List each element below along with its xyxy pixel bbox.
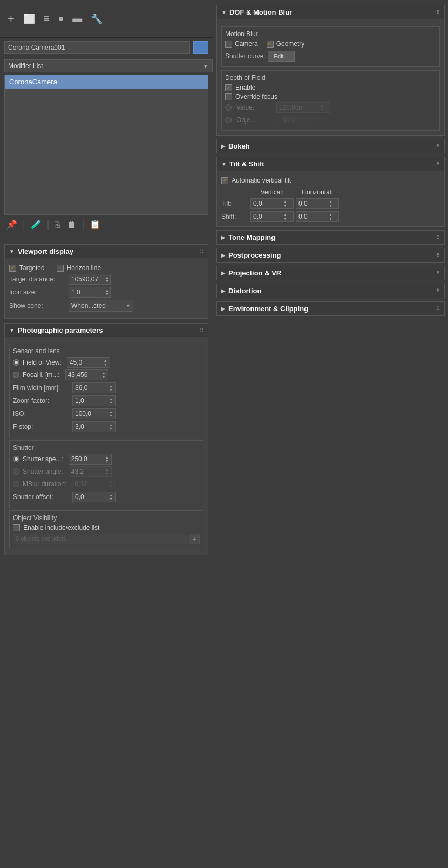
fov-spinner[interactable]: ▲▼ — [67, 357, 110, 368]
iso-arrows[interactable]: ▲▼ — [108, 410, 114, 418]
shutter-speed-arrows[interactable]: ▲▼ — [104, 455, 110, 463]
photographic-header[interactable]: ▼ Photographic parameters ⠿ — [5, 324, 208, 337]
edit-button[interactable]: Edit... — [268, 51, 295, 62]
icon-size-arrows[interactable]: ▲▼ — [104, 288, 110, 296]
fstop-spinner[interactable]: ▲▼ — [72, 421, 116, 432]
shift-row-label: Shift: — [221, 213, 248, 220]
focal-radio[interactable] — [13, 372, 19, 378]
iso-input[interactable] — [73, 410, 108, 418]
object-visibility-subsection: Object Visibility Enable include/exclude… — [9, 510, 203, 548]
fov-arrows[interactable]: ▲▼ — [103, 359, 108, 366]
target-distance-arrows[interactable]: ▲▼ — [104, 275, 110, 283]
override-focus-checkbox[interactable] — [225, 93, 232, 100]
shutter-speed-spinner[interactable]: ▲▼ — [69, 454, 112, 465]
enable-list-label: Enable include/exclude list — [23, 524, 99, 531]
zoom-spinner[interactable]: ▲▼ — [72, 395, 116, 406]
focal-arrows[interactable]: ▲▼ — [101, 371, 107, 379]
shift-horiz-spinner[interactable]: ▲▼ — [296, 211, 339, 222]
object-name-input[interactable] — [4, 41, 190, 54]
film-width-arrows[interactable]: ▲▼ — [108, 384, 114, 392]
tilt-vert-arrows[interactable]: ▲▼ — [283, 200, 287, 207]
shutter-speed-input[interactable] — [69, 455, 104, 463]
shutter-offset-spinner[interactable]: ▲▼ — [72, 492, 116, 502]
env-clipping-header[interactable]: ▶ Environment & Clipping ⠿ — [217, 302, 444, 315]
tilt-horiz-arrows[interactable]: ▲▼ — [329, 200, 332, 207]
projection-vr-header[interactable]: ▶ Projection & VR ⠿ — [217, 266, 444, 280]
utility-icon[interactable]: 🔧 — [89, 11, 105, 27]
color-swatch[interactable] — [193, 41, 208, 54]
config-icon[interactable]: 📋 — [87, 218, 103, 231]
shift-horiz-input[interactable] — [296, 213, 329, 220]
top-toolbar: + ⬜ ≡ ● ▬ 🔧 — [0, 0, 213, 38]
target-distance-spinner[interactable]: ▲▼ — [69, 274, 111, 285]
show-cone-dropdown[interactable]: When...cted ▼ — [69, 300, 133, 312]
focal-spinner[interactable]: ▲▼ — [65, 369, 108, 380]
motion-blur-subtitle: Motion Blur — [225, 30, 436, 38]
film-width-input[interactable] — [73, 384, 108, 392]
shift-vert-arrows[interactable]: ▲▼ — [283, 213, 287, 220]
shutter-angle-arrows[interactable]: ▲▼ — [104, 468, 110, 475]
clone-icon[interactable]: ⎘ — [52, 219, 62, 231]
pin-icon[interactable]: 📌 — [4, 218, 19, 231]
film-width-spinner[interactable]: ▲▼ — [72, 382, 116, 393]
viewport-display-header[interactable]: ▼ Viewport display ⠿ — [5, 245, 208, 258]
fov-radio[interactable] — [13, 359, 19, 366]
delete-icon[interactable]: 🗑 — [65, 219, 78, 231]
shutter-offset-input[interactable] — [73, 493, 108, 501]
target-distance-input[interactable] — [69, 275, 104, 283]
corona-camera-item[interactable]: CoronaCamera — [5, 75, 208, 89]
dof-enable-checkbox[interactable]: ✓ — [225, 84, 232, 91]
targeted-checkbox[interactable]: ✓ — [9, 265, 16, 272]
zoom-label: Zoom factor: — [13, 397, 72, 405]
add-object-button: + — [189, 534, 200, 544]
tilt-vert-input[interactable] — [251, 200, 283, 207]
icon-size-spinner[interactable]: ▲▼ — [69, 287, 111, 298]
tone-mapping-title: Tone Mapping — [228, 233, 275, 241]
fstop-arrows[interactable]: ▲▼ — [108, 423, 114, 430]
enable-list-checkbox[interactable] — [13, 524, 20, 531]
shutter-angle-input[interactable] — [69, 468, 104, 475]
shutter-speed-radio[interactable] — [13, 456, 19, 462]
tilt-vert-spinner[interactable]: ▲▼ — [250, 198, 294, 209]
motion-icon[interactable]: ● — [56, 11, 66, 26]
shutter-angle-radio[interactable] — [13, 468, 19, 475]
auto-vert-tilt-checkbox[interactable]: ✓ — [221, 177, 228, 184]
tilt-horiz-spinner[interactable]: ▲▼ — [296, 198, 339, 209]
mblur-radio[interactable] — [13, 481, 19, 487]
icon-size-input[interactable] — [69, 288, 104, 296]
shift-vert-input[interactable] — [251, 213, 283, 220]
bokeh-header[interactable]: ▶ Bokeh ⠿ — [217, 139, 444, 153]
display-icon[interactable]: ▬ — [70, 11, 84, 26]
sep3: | — [82, 219, 84, 230]
shutter-angle-spinner[interactable]: ▲▼ — [69, 466, 112, 477]
zoom-input[interactable] — [73, 397, 108, 405]
hierarchy-icon[interactable]: ≡ — [42, 11, 52, 26]
shutter-angle-row: Shutter angle: ▲▼ — [13, 466, 200, 477]
fstop-input[interactable] — [73, 423, 108, 430]
focal-input[interactable] — [66, 371, 101, 379]
dof-motion-header[interactable]: ▼ DOF & Motion Blur ⠿ — [217, 5, 444, 19]
add-icon[interactable]: + — [5, 10, 17, 28]
horizon-checkbox[interactable] — [57, 265, 64, 272]
shift-horiz-arrows[interactable]: ▲▼ — [329, 213, 332, 220]
tilt-horiz-input[interactable] — [296, 200, 329, 207]
modifier-list-select[interactable]: Modifier List — [4, 59, 213, 72]
iso-spinner[interactable]: ▲▼ — [72, 408, 116, 419]
tone-mapping-header[interactable]: ▶ Tone Mapping ⠿ — [217, 231, 444, 244]
camera-checkbox[interactable] — [225, 41, 232, 48]
shift-vert-spinner[interactable]: ▲▼ — [250, 211, 294, 222]
mblur-input — [72, 480, 107, 488]
distortion-header[interactable]: ▶ Distortion ⠿ — [217, 284, 444, 298]
tube-icon[interactable]: 🧪 — [29, 218, 44, 231]
select-icon[interactable]: ⬜ — [21, 11, 37, 27]
zoom-arrows[interactable]: ▲▼ — [108, 397, 114, 405]
shutter-offset-arrows[interactable]: ▲▼ — [108, 493, 114, 501]
postprocessing-header[interactable]: ▶ Postprocessing ⠿ — [217, 248, 444, 262]
fov-input[interactable] — [67, 359, 103, 366]
geometry-checkbox[interactable]: ✓ — [267, 41, 274, 48]
zoom-factor-row: Zoom factor: ▲▼ — [13, 395, 200, 406]
shutter-curve-row: Shutter curve: Edit... — [225, 51, 436, 62]
viewport-display-section: ▼ Viewport display ⠿ ✓ Targeted Horizon … — [4, 244, 208, 319]
tilt-shift-header[interactable]: ▼ Tilt & Shift ⠿ — [217, 157, 444, 171]
sep2: | — [47, 219, 50, 230]
